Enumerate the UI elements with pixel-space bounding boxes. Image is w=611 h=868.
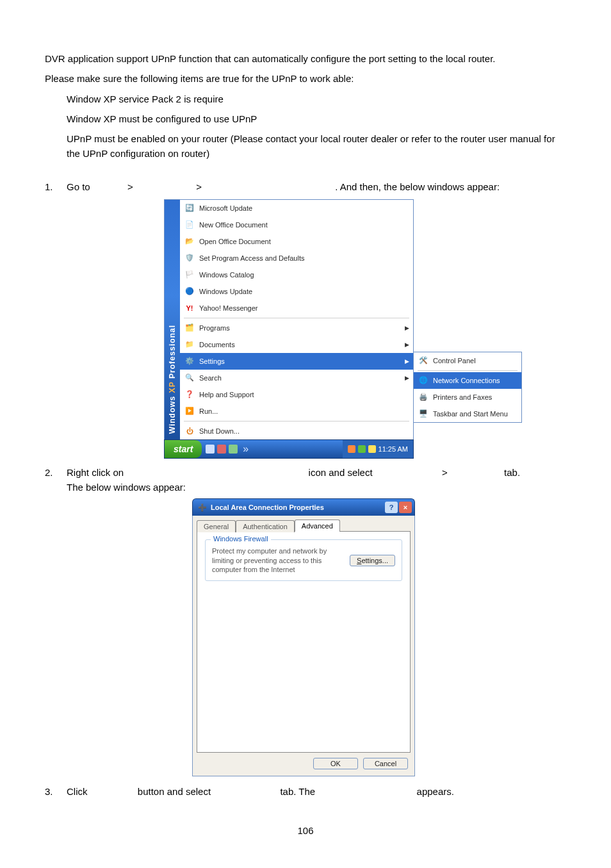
menu-item-documents[interactable]: 📁Documents▶ <box>180 336 413 353</box>
update-icon: 🔄 <box>184 202 195 214</box>
step3-buttonselect: button and select <box>138 786 211 797</box>
settings-submenu: 🛠️Control Panel 🌐Network Connections 🖨️P… <box>413 352 522 423</box>
menu-item-help[interactable]: ❓Help and Support <box>180 386 413 403</box>
tab-general[interactable]: General <box>197 520 236 532</box>
tab-authentication[interactable]: Authentication <box>236 520 295 532</box>
program-access-icon: 🛡️ <box>184 252 195 264</box>
step2-rightclick: Right click on <box>67 467 124 478</box>
submenu-printers-faxes[interactable]: 🖨️Printers and Faxes <box>414 389 521 405</box>
documents-icon: 📁 <box>184 339 195 350</box>
yahoo-icon: Y! <box>184 302 195 314</box>
tray-icon[interactable] <box>348 445 355 453</box>
start-menu-screenshot: Windows XP Professional 🔄Microsoft Updat… <box>164 199 414 459</box>
network-plus-icon: ➕ <box>198 504 207 512</box>
menu-item-program-access[interactable]: 🛡️Set Program Access and Defaults <box>180 250 413 266</box>
firewall-fieldset: Windows Firewall Protect my computer and… <box>205 539 402 581</box>
step1-gt1: > <box>127 181 133 192</box>
step2-tab: tab. <box>504 467 520 478</box>
menu-item-run[interactable]: ▶️Run... <box>180 403 413 420</box>
new-doc-icon: 📄 <box>184 219 195 231</box>
close-button[interactable]: × <box>399 502 412 513</box>
step-number-1: 1. <box>45 181 67 192</box>
step3-tabthe: tab. The <box>280 786 315 797</box>
menu-item-windows-update[interactable]: 🔵Windows Update <box>180 283 413 300</box>
open-doc-icon: 📂 <box>184 236 195 247</box>
system-tray: 11:25 AM <box>343 440 413 458</box>
start-menu-rail: Windows XP Professional <box>165 200 180 439</box>
settings-button[interactable]: Settings... <box>350 555 395 566</box>
step2-gt: > <box>442 467 448 478</box>
menu-item-new-office-doc[interactable]: 📄New Office Document <box>180 217 413 233</box>
menu-item-search[interactable]: 🔍Search▶ <box>180 370 413 386</box>
bullet-item-2: Window XP must be configured to use UPnP <box>67 111 566 126</box>
submenu-network-connections[interactable]: 🌐Network Connections <box>414 372 521 389</box>
network-icon: 🌐 <box>418 375 429 386</box>
dialog-title: Local Area Connection Properties <box>211 504 324 511</box>
dialog-titlebar: ➕ Local Area Connection Properties ? × <box>192 498 415 516</box>
intro-paragraph-2: Please make sure the following items are… <box>45 71 566 86</box>
ok-button[interactable]: OK <box>313 758 358 769</box>
step2-below: The below windows appear: <box>67 482 186 493</box>
control-panel-icon: 🛠️ <box>418 355 429 366</box>
menu-item-open-office-doc[interactable]: 📂Open Office Document <box>180 233 413 250</box>
quick-launch-icon[interactable] <box>229 445 238 454</box>
quick-launch-separator: » <box>243 443 248 455</box>
help-button[interactable]: ? <box>385 502 398 513</box>
intro-paragraph-1: DVR application support UPnP function th… <box>45 51 566 66</box>
chevron-right-icon: ▶ <box>405 341 409 348</box>
step3-click: Click <box>67 786 88 797</box>
bullet-item-3: UPnP must be enabled on your router (Ple… <box>67 131 566 161</box>
taskbar: start » 11:25 AM <box>164 439 414 459</box>
step3-appears: appears. <box>417 786 454 797</box>
chevron-right-icon: ▶ <box>405 325 409 331</box>
properties-dialog-screenshot: ➕ Local Area Connection Properties ? × G… <box>192 498 415 776</box>
cancel-button[interactable]: Cancel <box>363 758 408 769</box>
chevron-right-icon: ▶ <box>405 375 409 381</box>
catalog-icon: 🏳️ <box>184 269 195 281</box>
tray-icon[interactable] <box>358 445 366 453</box>
quick-launch-icon[interactable] <box>206 445 215 454</box>
menu-item-windows-catalog[interactable]: 🏳️Windows Catalog <box>180 266 413 283</box>
firewall-description: Protect my computer and network by limit… <box>212 546 343 574</box>
tray-clock: 11:25 AM <box>379 445 408 453</box>
menu-item-programs[interactable]: 🗂️Programs▶ <box>180 320 413 336</box>
page-number: 106 <box>45 825 566 836</box>
taskbar-icon: 🖥️ <box>418 408 429 420</box>
step-number-2: 2. <box>45 467 67 478</box>
shutdown-icon: ⏻ <box>184 425 195 437</box>
submenu-control-panel[interactable]: 🛠️Control Panel <box>414 352 521 369</box>
firewall-legend: Windows Firewall <box>211 535 271 543</box>
run-icon: ▶️ <box>184 405 195 417</box>
submenu-taskbar-start-menu[interactable]: 🖥️Taskbar and Start Menu <box>414 405 521 422</box>
chevron-right-icon: ▶ <box>405 358 409 364</box>
help-icon: ❓ <box>184 389 195 400</box>
step-number-3: 3. <box>45 786 67 797</box>
tab-panel-advanced: Windows Firewall Protect my computer and… <box>197 531 411 753</box>
step2-iconselect: icon and select <box>309 467 373 478</box>
printers-icon: 🖨️ <box>418 391 429 403</box>
windows-update-icon: 🔵 <box>184 286 195 297</box>
menu-item-shutdown[interactable]: ⏻Shut Down... <box>180 423 413 439</box>
menu-item-settings[interactable]: ⚙️Settings▶ 🛠️Control Panel 🌐Network Con… <box>180 353 413 370</box>
programs-icon: 🗂️ <box>184 322 195 334</box>
settings-icon: ⚙️ <box>184 356 195 367</box>
menu-item-microsoft-update[interactable]: 🔄Microsoft Update <box>180 200 413 217</box>
quick-launch-icon[interactable] <box>217 445 226 454</box>
tray-icon[interactable] <box>368 445 376 453</box>
start-button[interactable]: start <box>165 440 202 458</box>
bullet-item-1: Window XP service Pack 2 is require <box>67 92 566 106</box>
step1-gt2: > <box>196 181 202 192</box>
search-icon: 🔍 <box>184 372 195 384</box>
tab-advanced[interactable]: Advanced <box>295 520 340 532</box>
menu-item-yahoo-messenger[interactable]: Y!Yahoo! Messenger <box>180 300 413 316</box>
step1-tail: . And then, the below windows appear: <box>335 181 500 192</box>
step1-goto: Go to <box>67 181 90 192</box>
